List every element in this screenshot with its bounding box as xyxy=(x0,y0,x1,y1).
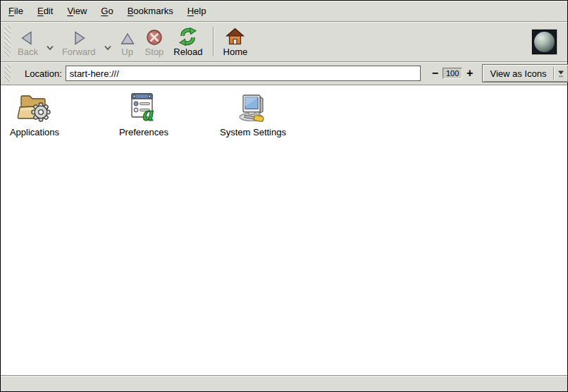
forward-button[interactable]: Forward xyxy=(58,24,100,59)
file-item-label: Preferences xyxy=(119,127,168,137)
svg-text:a: a xyxy=(143,102,154,125)
back-button[interactable]: Back xyxy=(13,24,42,59)
up-button[interactable]: Up xyxy=(116,24,140,59)
menu-edit-mnemonic: E xyxy=(37,6,44,16)
stop-button[interactable]: Stop xyxy=(141,24,168,59)
toolbar-drag-handle[interactable] xyxy=(4,26,11,57)
throbber xyxy=(532,30,557,54)
back-icon xyxy=(20,26,35,46)
file-item-system-settings[interactable]: System Settings xyxy=(219,90,287,137)
menu-view[interactable]: View xyxy=(60,1,94,21)
up-button-label: Up xyxy=(121,47,133,56)
menubar: File Edit View Go Bookmarks Help xyxy=(1,1,567,22)
zoom-in-button[interactable]: + xyxy=(465,68,474,79)
zoom-level-indicator: 100 xyxy=(443,68,462,79)
menu-go-rest: o xyxy=(108,6,113,16)
file-manager-window: File Edit View Go Bookmarks Help Back Fo… xyxy=(0,0,568,392)
reload-button-label: Reload xyxy=(173,47,202,56)
stop-button-label: Stop xyxy=(145,47,164,56)
menu-view-mnemonic: V xyxy=(67,6,73,16)
reload-button[interactable]: Reload xyxy=(169,24,206,59)
menu-go[interactable]: Go xyxy=(94,1,120,21)
toolbar: Back Forward Up xyxy=(1,22,567,62)
menu-bookmarks[interactable]: Bookmarks xyxy=(121,1,180,21)
file-item-label: Applications xyxy=(10,127,59,137)
menu-help-mnemonic: H xyxy=(187,6,194,16)
up-icon xyxy=(120,26,135,46)
forward-button-label: Forward xyxy=(62,47,96,56)
preferences-dialog-icon: a xyxy=(125,90,163,125)
forward-history-dropdown[interactable] xyxy=(101,42,115,53)
home-icon xyxy=(226,26,245,46)
chevron-down-icon xyxy=(104,42,112,53)
system-settings-computer-icon xyxy=(234,90,272,125)
location-label: Location: xyxy=(25,68,62,79)
menu-file[interactable]: File xyxy=(1,1,30,21)
view-as-dropdown[interactable]: View as Icons xyxy=(482,64,568,82)
menu-help[interactable]: Help xyxy=(180,1,214,21)
forward-icon xyxy=(71,26,87,46)
file-view[interactable]: Applications a Preferences xyxy=(1,85,567,375)
back-history-dropdown[interactable] xyxy=(43,42,57,53)
toolbar-separator xyxy=(213,27,214,56)
chevron-down-icon xyxy=(46,42,54,53)
file-item-applications[interactable]: Applications xyxy=(1,90,68,137)
menu-go-mnemonic: G xyxy=(101,6,108,16)
home-button-label: Home xyxy=(223,47,248,56)
file-item-label: System Settings xyxy=(220,127,286,137)
location-bar-drag-handle[interactable] xyxy=(4,65,11,82)
menu-bookmarks-rest: ookmarks xyxy=(133,6,173,16)
applications-folder-gear-icon xyxy=(16,90,54,125)
menu-file-rest: ile xyxy=(14,6,23,16)
location-input[interactable] xyxy=(66,66,421,81)
home-button[interactable]: Home xyxy=(219,24,252,59)
statusbar xyxy=(1,375,567,391)
zoom-out-button[interactable]: − xyxy=(431,68,440,79)
menu-edit-rest: dit xyxy=(44,6,54,16)
file-item-preferences[interactable]: a Preferences xyxy=(110,90,178,137)
menu-help-rest: elp xyxy=(194,6,206,16)
menu-edit[interactable]: Edit xyxy=(30,1,60,21)
reload-icon xyxy=(178,26,197,46)
location-bar: Location: − 100 + View as Icons xyxy=(1,62,567,85)
view-as-dropdown-label: View as Icons xyxy=(483,65,553,82)
back-button-label: Back xyxy=(18,47,38,56)
dropdown-arrow-icon xyxy=(554,65,568,82)
menu-file-mnemonic: F xyxy=(8,6,14,16)
stop-icon xyxy=(146,26,163,46)
menu-view-rest: iew xyxy=(73,6,87,16)
throbber-globe-icon xyxy=(534,32,555,52)
